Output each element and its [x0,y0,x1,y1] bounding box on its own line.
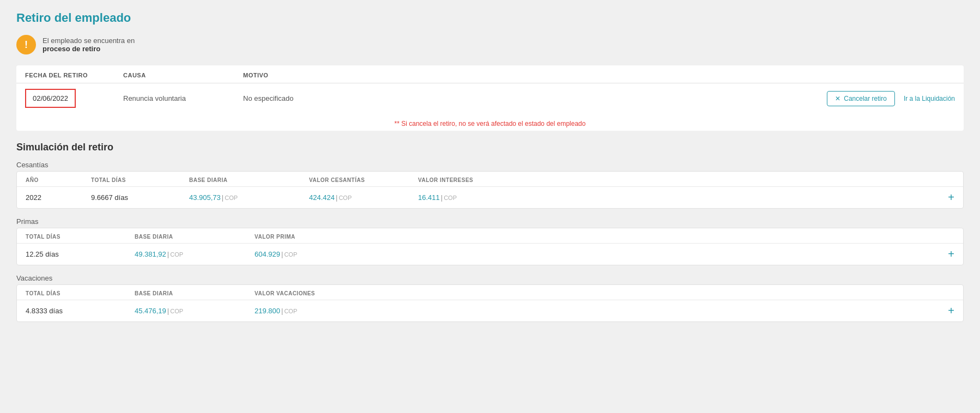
ces-valor-val: 424.424 [309,193,335,202]
retiro-actions: ✕ Cancelar retiro Ir a la Liquidación [827,91,955,106]
header-valor-prima: VALOR PRIMA [255,234,374,240]
col-causa-value: Renuncia voluntaria [123,94,243,102]
primas-valor: 604.929|COP [255,250,374,258]
warning-icon: ! [16,35,36,54]
vac-total-dias: 4.8333 días [26,307,135,315]
primas-label: Primas [16,217,964,226]
primas-header: TOTAL DÍAS BASE DIARIA VALOR PRIMA [17,228,963,244]
header-total-dias-p: TOTAL DÍAS [26,234,135,240]
vacaciones-label: Vacaciones [16,274,964,282]
header-total-dias-c: TOTAL DÍAS [91,177,189,183]
vac-valor: 219.800|COP [255,307,374,315]
ces-ano: 2022 [26,193,91,202]
warning-text: ** Si cancela el retiro, no se verá afec… [16,113,964,131]
alert-line1: El empleado se encuentra en [43,37,135,45]
close-icon: ✕ [835,95,840,102]
page-title: Retiro del empleado [16,11,964,25]
ces-int-val: 16.411 [418,193,440,202]
header-base-diaria-c: BASE DIARIA [189,177,309,183]
cancelar-retiro-button[interactable]: ✕ Cancelar retiro [827,91,895,106]
ces-base-diaria-cop: COP [225,195,238,201]
cesantias-table: AÑO TOTAL DÍAS BASE DIARIA VALOR CESANTÍ… [16,171,964,209]
primas-base-cop: COP [170,251,183,258]
cesantias-label: Cesantías [16,161,964,169]
vac-valor-cop: COP [284,308,297,314]
primas-total-dias: 12.25 días [26,250,135,258]
page-container: Retiro del empleado ! El empleado se enc… [0,0,980,413]
header-fecha: FECHA DEL RETIRO [25,72,123,78]
retiro-data-row: 02/06/2022 Renuncia voluntaria No especi… [16,83,964,113]
simulation-section: Simulación del retiro Cesantías AÑO TOTA… [16,142,964,322]
primas-row: 12.25 días 49.381,92|COP 604.929|COP + [17,244,963,265]
primas-expand-button[interactable]: + [948,248,954,260]
header-motivo: MOTIVO [243,72,955,78]
alert-line2: proceso de retiro [43,45,135,53]
col-motivo-value: No especificado [243,94,827,102]
vac-base-cop: COP [170,308,183,314]
header-base-diaria-p: BASE DIARIA [135,234,255,240]
vacaciones-expand-button[interactable]: + [948,305,954,317]
alert-text: El empleado se encuentra en proceso de r… [43,37,135,53]
header-valor-ces: VALOR CESANTÍAS [309,177,418,183]
ces-base-diaria-val: 43.905,73 [189,193,221,202]
header-ano: AÑO [26,177,91,183]
retiro-table-section: FECHA DEL RETIRO CAUSA MOTIVO 02/06/2022… [16,65,964,131]
vacaciones-header: TOTAL DÍAS BASE DIARIA VALOR VACACIONES [17,285,963,300]
vac-base-val: 45.476,19 [135,307,166,315]
primas-base-val: 49.381,92 [135,250,166,258]
ces-int-cop: COP [444,195,457,201]
cancelar-label: Cancelar retiro [844,95,887,102]
primas-table: TOTAL DÍAS BASE DIARIA VALOR PRIMA 12.25… [16,228,964,265]
header-causa: CAUSA [123,72,243,78]
col-fecha-value: 02/06/2022 [25,89,123,108]
primas-valor-val: 604.929 [255,250,280,258]
ces-total-dias: 9.6667 días [91,193,189,202]
vac-valor-val: 219.800 [255,307,280,315]
header-base-diaria-v: BASE DIARIA [135,290,255,296]
ces-base-diaria: 43.905,73|COP [189,193,309,202]
vacaciones-table: TOTAL DÍAS BASE DIARIA VALOR VACACIONES … [16,284,964,322]
header-valor-vac: VALOR VACACIONES [255,290,374,296]
vac-base-diaria: 45.476,19|COP [135,307,255,315]
cesantias-row: 2022 9.6667 días 43.905,73|COP 424.424|C… [17,187,963,208]
ces-valor-cop: COP [338,195,352,201]
simulation-title: Simulación del retiro [16,142,964,153]
alert-box: ! El empleado se encuentra en proceso de… [16,35,964,54]
header-total-dias-v: TOTAL DÍAS [26,290,135,296]
primas-valor-cop: COP [284,251,297,258]
header-valor-int: VALOR INTERESES [418,177,527,183]
cesantias-expand-button[interactable]: + [948,191,954,204]
cesantias-header: AÑO TOTAL DÍAS BASE DIARIA VALOR CESANTÍ… [17,172,963,187]
retiro-header-row: FECHA DEL RETIRO CAUSA MOTIVO [16,65,964,83]
ces-intereses: 16.411|COP [418,193,527,202]
primas-base-diaria: 49.381,92|COP [135,250,255,258]
ces-valor: 424.424|COP [309,193,418,202]
vacaciones-row: 4.8333 días 45.476,19|COP 219.800|COP + [17,300,963,321]
ir-liquidacion-link[interactable]: Ir a la Liquidación [904,95,955,102]
fecha-box: 02/06/2022 [25,89,76,108]
